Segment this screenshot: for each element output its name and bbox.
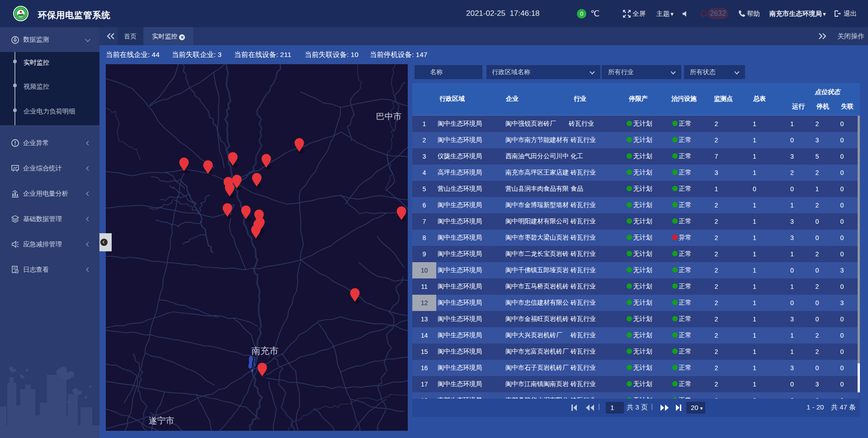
svg-text:南充市: 南充市 [251,346,278,356]
svg-text:遂宁市: 遂宁市 [149,416,175,425]
svg-text:巴中市: 巴中市 [376,112,402,121]
